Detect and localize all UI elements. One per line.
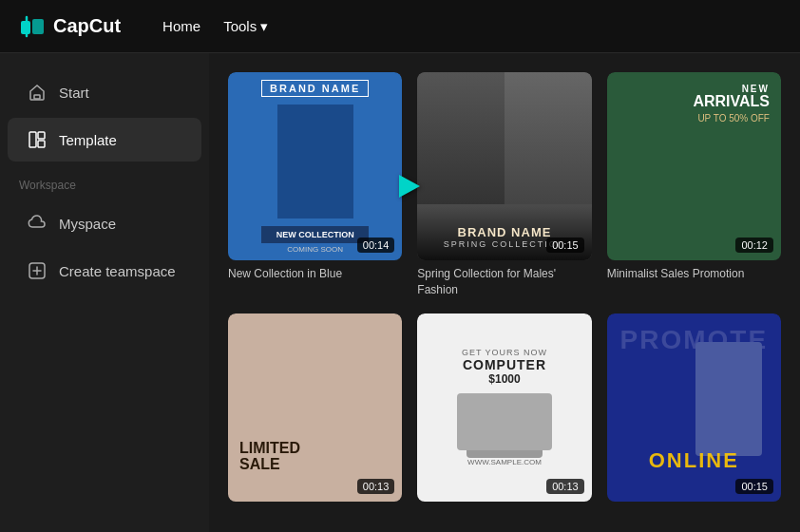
template-title-3: Minimalist Sales Promotion <box>607 266 781 282</box>
card5-get: GET YOURS NOW <box>457 348 552 357</box>
duration-badge-6: 00:15 <box>735 479 773 494</box>
template-card-6[interactable]: PROMOTE ONLINE 00:15 <box>607 314 781 507</box>
card4-sale: SALE <box>239 456 300 473</box>
duration-badge-3: 00:12 <box>735 238 773 253</box>
template-card-2[interactable]: BRAND NAME SPRING COLLECTION 00:15 Sprin… <box>417 72 591 298</box>
template-icon <box>27 129 48 150</box>
chevron-down-icon: ▾ <box>260 18 268 35</box>
duration-badge-4: 00:13 <box>357 479 395 494</box>
template-title-2: Spring Collection for Males' Fashion <box>417 266 591 298</box>
svg-rect-5 <box>38 132 45 139</box>
template-thumb-5: GET YOURS NOW COMPUTER $1000 WWW.SAMPLE.… <box>417 314 591 502</box>
template-thumb-3: NEW ARRIVALS UP TO 50% OFF 00:12 <box>607 72 781 260</box>
template-card-1[interactable]: BRAND NAME NEW COLLECTION COMING SOON 00… <box>228 72 402 298</box>
sidebar-item-create-teamspace[interactable]: Create teamspace <box>8 249 201 293</box>
template-thumb-6: PROMOTE ONLINE 00:15 <box>607 314 781 502</box>
sidebar: Start Template Workspace Myspace <box>0 53 209 532</box>
home-icon <box>27 82 48 103</box>
sidebar-start-label: Start <box>59 85 89 101</box>
template-thumb-1: BRAND NAME NEW COLLECTION COMING SOON 00… <box>228 72 402 260</box>
template-thumb-4: LIMITED SALE 00:13 <box>228 314 402 502</box>
card1-tag: NEW COLLECTION <box>261 226 369 243</box>
card5-price: $1000 <box>457 372 552 386</box>
sidebar-item-start[interactable]: Start <box>8 70 201 114</box>
svg-rect-4 <box>29 132 36 147</box>
nav-links: Home Tools ▾ <box>162 18 268 35</box>
template-card-3[interactable]: NEW ARRIVALS UP TO 50% OFF 00:12 Minimal… <box>607 72 781 298</box>
workspace-section-label: Workspace <box>0 163 209 200</box>
sidebar-item-template[interactable]: Template <box>8 118 201 162</box>
svg-rect-3 <box>34 95 40 99</box>
template-grid: BRAND NAME NEW COLLECTION COMING SOON 00… <box>228 72 781 507</box>
logo[interactable]: CapCut <box>19 13 121 40</box>
card5-url: WWW.SAMPLE.COM <box>457 458 552 466</box>
template-card-5[interactable]: GET YOURS NOW COMPUTER $1000 WWW.SAMPLE.… <box>417 314 591 507</box>
svg-rect-6 <box>38 141 45 147</box>
sidebar-create-teamspace-label: Create teamspace <box>59 263 176 279</box>
duration-badge-5: 00:13 <box>546 479 584 494</box>
sidebar-template-label: Template <box>59 132 117 148</box>
svg-rect-1 <box>32 19 44 34</box>
logo-text: CapCut <box>53 15 121 37</box>
card6-online: ONLINE <box>607 448 781 473</box>
template-thumb-2: BRAND NAME SPRING COLLECTION 00:15 <box>417 72 591 260</box>
duration-badge-1: 00:14 <box>357 238 395 253</box>
capcut-logo-icon <box>19 13 46 40</box>
cloud-icon <box>27 213 48 234</box>
card3-arrivals: ARRIVALS <box>693 94 770 109</box>
sidebar-item-myspace[interactable]: Myspace <box>8 201 201 245</box>
card3-sale: UP TO 50% OFF <box>693 113 770 124</box>
top-navigation: CapCut Home Tools ▾ <box>0 0 800 53</box>
card1-brand: BRAND NAME <box>261 80 369 97</box>
template-title-1: New Collection in Blue <box>228 266 402 282</box>
card5-computer: COMPUTER <box>457 357 552 372</box>
card1-sub: COMING SOON <box>261 245 369 254</box>
card4-limited: LIMITED <box>239 441 300 456</box>
duration-badge-2: 00:15 <box>546 238 584 253</box>
template-content: BRAND NAME NEW COLLECTION COMING SOON 00… <box>209 53 800 532</box>
nav-home[interactable]: Home <box>162 18 200 34</box>
sidebar-myspace-label: Myspace <box>59 216 116 232</box>
nav-tools[interactable]: Tools ▾ <box>223 18 268 35</box>
main-layout: Start Template Workspace Myspace <box>0 53 800 532</box>
template-card-4[interactable]: LIMITED SALE 00:13 <box>228 314 402 507</box>
plus-icon <box>27 260 48 281</box>
